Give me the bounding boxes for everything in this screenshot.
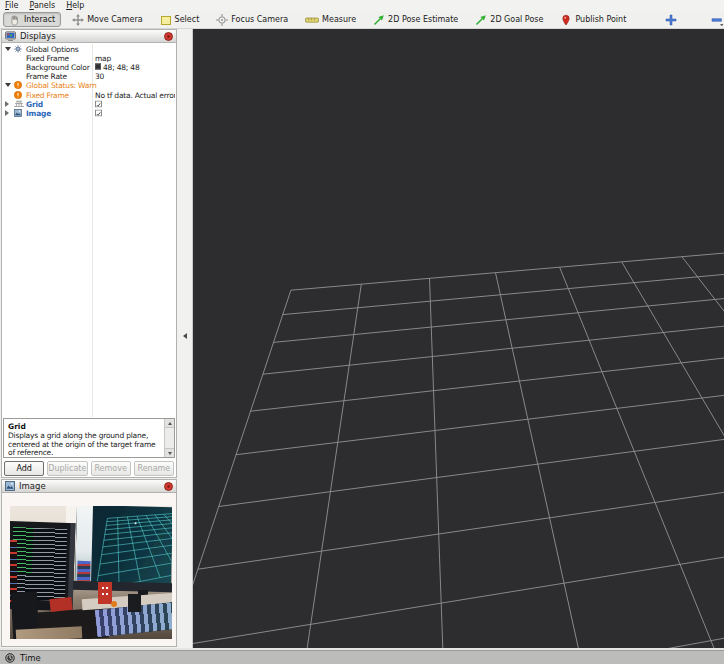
image-panel-icon xyxy=(5,481,15,491)
warning-icon xyxy=(14,91,22,99)
display-buttons-row: AddDuplicateRemoveRename xyxy=(4,461,174,476)
tree-row-label: Grid xyxy=(26,99,43,108)
tool-remove-tool[interactable] xyxy=(705,12,724,27)
photo-right-monitor xyxy=(75,506,172,585)
tool-2d-goal-pose[interactable]: 2D Goal Pose xyxy=(469,12,549,27)
tree-row-value[interactable] xyxy=(95,109,175,116)
image-panel-title: Image xyxy=(19,481,46,491)
tool-select[interactable]: Select xyxy=(154,12,206,27)
grid-icon xyxy=(14,100,24,108)
tool-label: Publish Point xyxy=(575,15,626,24)
enabled-checkbox[interactable] xyxy=(95,100,102,107)
tool-2d-pose-estimate[interactable]: 2D Pose Estimate xyxy=(367,12,464,27)
photo-red-object xyxy=(49,597,72,612)
enabled-checkbox[interactable] xyxy=(95,109,102,116)
expander-open-icon[interactable] xyxy=(5,47,11,51)
expander-open-icon[interactable] xyxy=(5,83,11,87)
tree-row-label: Fixed Frame xyxy=(26,53,69,62)
gear-icon xyxy=(14,45,22,53)
description-box: Grid Displays a grid along the ground pl… xyxy=(3,418,175,458)
menu-item-help[interactable]: Help xyxy=(66,1,84,10)
hand-icon xyxy=(9,14,21,26)
tool-publish-point[interactable]: Publish Point xyxy=(554,12,632,27)
color-swatch xyxy=(95,64,101,70)
tool-label: Select xyxy=(175,15,200,24)
toolbar: InteractMove CameraSelectFocus CameraMea… xyxy=(0,11,724,29)
scroll-up-icon[interactable] xyxy=(165,419,175,428)
displays-panel: Displays Global OptionsFixed FramemapBac… xyxy=(1,29,177,478)
photo-wood-desk xyxy=(16,626,83,639)
3d-grid xyxy=(193,29,724,648)
description-title: Grid xyxy=(8,422,26,431)
tree-row-label: Background Color xyxy=(26,62,90,71)
image-close-button[interactable] xyxy=(164,482,173,491)
tool-label: Measure xyxy=(322,15,356,24)
3d-viewport[interactable] xyxy=(193,29,724,648)
publish-point-icon xyxy=(560,14,572,26)
tree-row-grid[interactable]: Grid xyxy=(2,99,176,108)
tool-move-camera[interactable]: Move Camera xyxy=(66,12,148,27)
tool-label: Focus Camera xyxy=(231,15,288,24)
tool-add-tool[interactable] xyxy=(659,12,683,27)
tree-row-value[interactable]: 48; 48; 48 xyxy=(95,62,175,71)
measure-icon xyxy=(305,14,319,26)
tree-row-value[interactable] xyxy=(95,100,175,107)
tree-row-global-options[interactable]: Global Options xyxy=(2,44,176,53)
tree-row-frame-rate[interactable]: Frame Rate30 xyxy=(2,72,176,81)
tree-row-fixed-frame[interactable]: Fixed Framemap xyxy=(2,53,176,62)
photo-orange-object xyxy=(111,601,117,607)
tree-row-label: Fixed Frame xyxy=(26,90,69,99)
splitter-collapse-icon[interactable] xyxy=(183,333,187,339)
tree-row-value[interactable]: No tf data. Actual error: ... xyxy=(95,90,175,99)
menu-bar: FilePanelsHelp xyxy=(0,0,724,11)
tree-row-label: Global Status: Warn xyxy=(26,81,97,90)
expander-closed-icon[interactable] xyxy=(5,101,9,107)
description-body: Displays a grid along the ground plane, … xyxy=(8,432,158,458)
tool-measure[interactable]: Measure xyxy=(299,12,362,27)
tree-row-background-color[interactable]: Background Color48; 48; 48 xyxy=(2,62,176,71)
duplicate-button: Duplicate xyxy=(47,461,87,476)
plus-icon xyxy=(665,14,677,26)
panel-splitter[interactable] xyxy=(178,29,193,648)
displays-panel-header[interactable]: Displays xyxy=(2,30,176,43)
warning-icon xyxy=(14,81,22,89)
tree-row-label: Global Options xyxy=(26,44,78,53)
clock-icon xyxy=(5,653,15,663)
tool-interact[interactable]: Interact xyxy=(3,12,61,27)
photo-right-bezel xyxy=(72,581,172,593)
expander-closed-icon[interactable] xyxy=(5,110,9,116)
description-scrollbar[interactable] xyxy=(164,419,174,457)
tree-row-image[interactable]: Image xyxy=(2,108,176,117)
time-panel-header[interactable]: Time xyxy=(0,650,724,664)
tree-row-global-status-warn[interactable]: Global Status: Warn xyxy=(2,81,176,90)
tree-row-fixed-frame[interactable]: Fixed FrameNo tf data. Actual error: ... xyxy=(2,90,176,99)
side-panels: Displays Global OptionsFixed FramemapBac… xyxy=(0,29,178,648)
rename-button: Rename xyxy=(134,461,174,476)
tree-row-value[interactable]: 30 xyxy=(95,72,175,81)
tool-focus-camera[interactable]: Focus Camera xyxy=(210,12,294,27)
displays-close-button[interactable] xyxy=(164,32,173,41)
value-text: No tf data. Actual error: ... xyxy=(95,90,175,99)
image-panel-header[interactable]: Image xyxy=(2,480,176,493)
displays-panel-title: Displays xyxy=(20,31,56,41)
scroll-down-icon[interactable] xyxy=(165,448,175,457)
menu-item-file[interactable]: File xyxy=(5,1,18,10)
value-text: 30 xyxy=(95,72,104,81)
menu-item-panels[interactable]: Panels xyxy=(29,1,55,10)
add-button[interactable]: Add xyxy=(4,461,44,476)
photo-dark-object xyxy=(128,594,141,612)
pose-arrow-icon xyxy=(373,14,385,26)
minus-icon xyxy=(711,14,724,26)
move-camera-icon xyxy=(72,14,84,26)
image-panel: Image xyxy=(1,479,177,647)
tool-label: Interact xyxy=(24,15,55,24)
photo-small-windows xyxy=(77,561,91,581)
select-icon xyxy=(160,14,172,26)
displays-tree: Global OptionsFixed FramemapBackground C… xyxy=(2,44,176,417)
tool-label: 2D Goal Pose xyxy=(490,15,543,24)
tree-row-value[interactable]: map xyxy=(95,53,175,62)
tool-label: Move Camera xyxy=(87,15,142,24)
focus-camera-icon xyxy=(216,14,228,26)
rviz-window: FilePanelsHelp InteractMove CameraSelect… xyxy=(0,0,724,664)
remove-button: Remove xyxy=(91,461,131,476)
